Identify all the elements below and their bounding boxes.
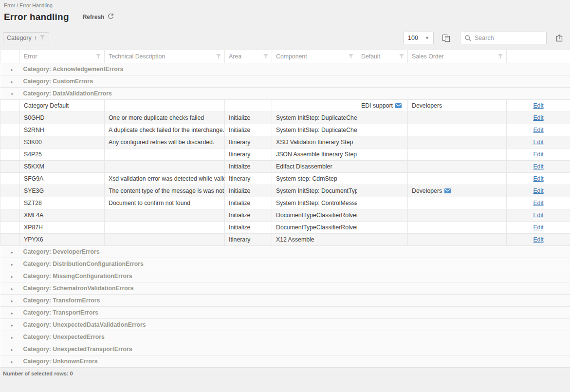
edit-link[interactable]: Edit (533, 102, 543, 109)
cell-default (357, 197, 408, 209)
page-size-select[interactable]: 100 ▼ (404, 32, 434, 44)
group-row-category-unknownerrors[interactable]: ▸Category: UnknownErrors (0, 355, 570, 368)
search-input[interactable] (460, 32, 546, 44)
error-row-s3k00[interactable]: S3K00Any configured retries will be disc… (0, 136, 570, 149)
error-row-ypyx6[interactable]: YPYX6ItineraryX12 AssembleEdit (0, 234, 570, 246)
filter-icon[interactable] (263, 54, 269, 59)
column-header-sales-order[interactable]: Sales Order (408, 50, 507, 63)
filter-icon[interactable] (497, 54, 503, 59)
expand-icon[interactable]: ▸ (11, 323, 16, 328)
breadcrumb[interactable]: Error / Error Handling (4, 2, 566, 8)
group-row-category-missingconfigurationerrors[interactable]: ▸Category: MissingConfigurationErrors (0, 270, 570, 282)
edit-link[interactable]: Edit (533, 163, 543, 170)
group-label: Category: UnexpectedDataValidationErrors (23, 321, 146, 328)
cell-area: Itinerary (225, 149, 272, 161)
error-row-s5kxm[interactable]: S5KXMInitializeEdifact DisassemblerEdit (0, 161, 570, 173)
error-row-xp87h[interactable]: XP87HInitializeDocumentTypeClassifierRol… (0, 222, 570, 234)
refresh-button[interactable]: Refresh (83, 13, 115, 22)
cell-technical-description (105, 234, 225, 246)
error-row-category-default[interactable]: Category DefaultEDI supportDevelopersEdi… (0, 100, 570, 112)
edit-link[interactable]: Edit (533, 114, 543, 121)
edit-link[interactable]: Edit (533, 175, 543, 182)
cell-error: YPYX6 (20, 234, 105, 246)
cell-error: S3K00 (20, 136, 105, 149)
group-row-category-developererrors[interactable]: ▸Category: DeveloperErrors (0, 246, 570, 258)
cell-actions: Edit (507, 209, 570, 222)
error-row-szt28[interactable]: SZT28Document to confirm not foundInitia… (0, 197, 570, 209)
grid-header-row: ErrorTechnical DescriptionAreaComponentD… (0, 50, 570, 63)
group-row-category-schematronvalidationerrors[interactable]: ▸Category: SchematronValidationErrors (0, 282, 570, 295)
error-row-s4p25[interactable]: S4P25ItineraryJSON Assemble Itinerary St… (0, 149, 570, 161)
cell-sales-order (408, 197, 507, 209)
cell-actions: Edit (507, 234, 570, 246)
cell-actions: Edit (507, 124, 570, 136)
group-row-category-acknowledgementerrors[interactable]: ▸Category: AcknowledgementErrors (0, 63, 570, 75)
filter-icon[interactable] (348, 54, 354, 59)
error-row-s2rnh[interactable]: S2RNHA duplicate check failed for the in… (0, 124, 570, 136)
expand-icon[interactable]: ▸ (11, 286, 16, 291)
group-row-category-datavalidationerrors[interactable]: ▾Category: DataValidationErrors (0, 88, 570, 100)
column-header-area[interactable]: Area (225, 50, 272, 63)
search-box (460, 32, 547, 44)
group-row-category-unexpecteddatavalidationerrors[interactable]: ▸Category: UnexpectedDataValidationError… (0, 319, 570, 331)
filter-icon[interactable] (95, 54, 101, 59)
error-row-sfg9a[interactable]: SFG9AXsd validation error was detected w… (0, 173, 570, 185)
group-row-category-unexpectederrors[interactable]: ▸Category: UnexpectedErrors (0, 331, 570, 343)
cell-actions: Edit (507, 173, 570, 185)
edit-link[interactable]: Edit (533, 200, 543, 206)
column-header-default[interactable]: Default (357, 50, 408, 63)
grid-toolbar: Category ↑ 100 ▼ (0, 27, 570, 49)
column-header-error[interactable]: Error (20, 50, 105, 63)
group-row-category-customerrors[interactable]: ▸Category: CustomErrors (0, 75, 570, 88)
cell-error: XP87H (20, 222, 105, 234)
cell-component: System InitStep: DuplicateCheckS... (272, 112, 357, 124)
collapse-icon[interactable]: ▾ (11, 92, 16, 96)
cell-component: System InitStep: ControlMessage... (272, 197, 357, 209)
cell-default (357, 222, 408, 234)
group-row-category-transformerrors[interactable]: ▸Category: TransformErrors (0, 295, 570, 307)
column-header-technical-description[interactable]: Technical Description (105, 50, 225, 63)
edit-link[interactable]: Edit (533, 127, 543, 133)
edit-link[interactable]: Edit (533, 212, 543, 219)
cell-area: Initialize (225, 161, 272, 173)
cell-expand (0, 124, 20, 136)
expand-icon[interactable]: ▸ (11, 250, 16, 255)
error-row-s0ghd[interactable]: S0GHDOne or more duplicate checks failed… (0, 112, 570, 124)
group-row-category-distributionconfigurationerrors[interactable]: ▸Category: DistributionConfigurationErro… (0, 258, 570, 270)
expand-icon[interactable]: ▸ (11, 79, 16, 84)
error-row-xml4a[interactable]: XML4AInitializeDocumentTypeClassifierRol… (0, 209, 570, 222)
cell-default (357, 161, 408, 173)
expand-icon[interactable]: ▸ (11, 359, 16, 364)
edit-link[interactable]: Edit (533, 236, 543, 243)
expand-icon[interactable]: ▸ (11, 347, 16, 352)
expand-icon[interactable]: ▸ (11, 299, 16, 303)
expand-icon[interactable]: ▸ (11, 262, 16, 267)
edit-link[interactable]: Edit (533, 224, 543, 231)
column-header-component[interactable]: Component (272, 50, 357, 63)
group-by-category-chip[interactable]: Category ↑ (3, 32, 49, 44)
filter-icon[interactable] (39, 35, 45, 42)
edit-link[interactable]: Edit (533, 187, 543, 194)
edit-link[interactable]: Edit (533, 151, 543, 158)
error-row-sye3g[interactable]: SYE3GThe content type of the message is … (0, 185, 570, 197)
expand-icon[interactable]: ▸ (11, 311, 16, 316)
expand-icon[interactable]: ▸ (11, 274, 16, 279)
group-row-category-transporterrors[interactable]: ▸Category: TransportErrors (0, 307, 570, 319)
cell-error: Category Default (20, 100, 105, 112)
group-row-category-unexpectedtransporterrors[interactable]: ▸Category: UnexpectedTransportErrors (0, 343, 570, 355)
cell-technical-description (105, 161, 225, 173)
filter-icon[interactable] (216, 54, 221, 59)
export-button[interactable] (553, 32, 565, 44)
filter-icon[interactable] (399, 54, 405, 59)
expand-icon[interactable]: ▸ (11, 335, 16, 340)
cell-technical-description: Document to confirm not found (105, 197, 225, 209)
expand-icon[interactable]: ▸ (11, 67, 16, 72)
group-label: Category: TransformErrors (23, 297, 100, 304)
mail-icon[interactable] (444, 188, 451, 193)
cell-component: System InitStep: DuplicateCheckS... (272, 124, 357, 136)
cell-error: S0GHD (20, 112, 105, 124)
error-grid: ErrorTechnical DescriptionAreaComponentD… (0, 50, 570, 368)
mail-icon[interactable] (395, 103, 402, 108)
column-chooser-button[interactable] (440, 32, 452, 44)
edit-link[interactable]: Edit (533, 139, 543, 146)
